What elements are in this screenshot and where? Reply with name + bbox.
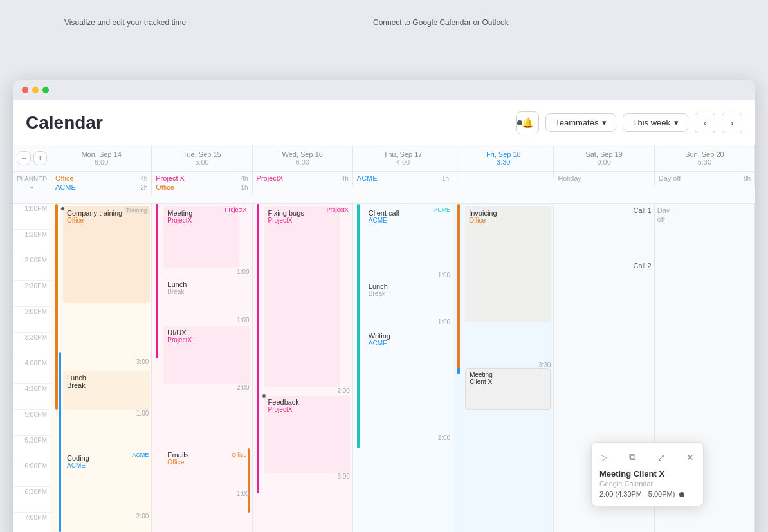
popup-copy-button[interactable]: ⧉ — [628, 450, 637, 464]
calendar-header-row: − + Mon, Sep 14 6:00 Tue, Sep 15 5:00 We… — [13, 145, 755, 172]
minimize-dot — [32, 87, 39, 93]
event-client-call-thu[interactable]: Client call ACME — [365, 206, 450, 271]
planned-sat: Holiday — [554, 172, 654, 186]
week-dropdown[interactable]: This week ▾ — [623, 113, 688, 132]
planned-label: PLANNED ▾ — [13, 172, 51, 195]
teammates-label: Teammates — [555, 118, 598, 127]
day-col-fri: Invoicing Office 3:30 Meeting Client X — [453, 204, 554, 532]
thu-time-2: 2:00 — [438, 434, 450, 441]
event-fixing-bugs-wed[interactable]: Fixing bugs ProjectX — [264, 206, 340, 387]
browser-window: Calendar 🔔 Teammates ▾ This week ▾ ‹ › — [13, 80, 755, 532]
col-header-sun: Sun, Sep 20 5:30 — [655, 145, 755, 171]
wed-time-2: 2:00 — [337, 387, 349, 394]
event-uiux-tue[interactable]: UI/UX ProjectX — [163, 326, 249, 384]
popup-source: Google Calendar — [599, 480, 695, 488]
week-label: This week — [632, 118, 670, 127]
popup-actions: ▷ ⧉ ⤤ ✕ — [599, 450, 695, 464]
projectx-tag-tue: ProjectX — [225, 206, 247, 213]
tue-bar-projectx — [156, 204, 158, 358]
day-col-tue: Meeting ProjectX ProjectX 1:00 Lunch Bre… — [152, 204, 252, 532]
popup-play-button[interactable]: ▷ — [599, 451, 609, 464]
fri-bar — [457, 204, 460, 371]
thu-bar — [357, 204, 360, 448]
planned-tue: Project X4h Office1h — [152, 172, 252, 195]
thu-time-1: 1:00 — [438, 271, 450, 279]
header-controls: 🔔 Teammates ▾ This week ▾ ‹ › — [509, 111, 742, 134]
planned-sun: Day off8h — [655, 172, 755, 186]
popup-time: 2:00 (4:30PM - 5:00PM) — [599, 490, 695, 498]
tue-time-1: 1:00 — [237, 268, 249, 275]
collapse-button[interactable]: − — [17, 151, 31, 165]
tue-time-1c: 1:00 — [237, 490, 249, 497]
mon-time-1: 1:00 — [136, 410, 149, 417]
event-call2-sat[interactable]: Call 2 — [634, 262, 652, 270]
day-col-mon: Company training Office Training 3:00 Lu… — [51, 204, 152, 532]
day-col-wed: Fixing bugs ProjectX ProjectX 2:00 Feedb… — [253, 204, 353, 532]
mon-dot — [60, 206, 65, 211]
teammates-dropdown[interactable]: Teammates ▾ — [545, 113, 616, 132]
event-popup: ▷ ⧉ ⤤ ✕ Meeting Client X Google Calendar… — [591, 442, 704, 506]
col-header-tue: Tue, Sep 15 5:00 — [152, 145, 252, 171]
event-call1-sat[interactable]: Call 1 — [634, 206, 652, 214]
col-header-mon: Mon, Sep 14 6:00 — [51, 145, 152, 171]
event-writing-thu[interactable]: Writing ACME — [365, 329, 450, 387]
time-column: 1:00PM 1:30PM 2:00PM 2:30PM 3:00PM 3:30P… — [13, 204, 51, 532]
event-lunch-thu[interactable]: Lunch Break — [365, 280, 450, 318]
prev-week-button[interactable]: ‹ — [695, 113, 715, 133]
fri-bar-blue — [457, 368, 460, 374]
wed-bar — [257, 204, 259, 493]
office-tag-tue: Office — [232, 452, 246, 458]
event-emails-tue[interactable]: Emails Office — [163, 448, 239, 490]
planned-chevron[interactable]: ▾ — [30, 184, 33, 191]
week-chevron-icon: ▾ — [674, 118, 679, 127]
mon-time-2: 2:00 — [136, 513, 149, 520]
teammates-chevron-icon: ▾ — [602, 118, 607, 127]
planned-mon: Office4h ACME2h — [51, 172, 152, 195]
mon-bar-acme — [59, 352, 61, 532]
event-off-sun: off — [657, 216, 665, 223]
popup-dot — [679, 492, 684, 497]
day-col-thu: Client call ACME ACME 1:00 Lunch Break 1… — [353, 204, 453, 532]
col-header-thu: Thu, Sep 17 4:00 — [353, 145, 453, 171]
col-header-sat: Sat, Sep 19 0:00 — [554, 145, 654, 171]
event-feedback-wed[interactable]: Feedback ProjectX — [264, 396, 350, 473]
col-header-fri: Fri, Sep 18 3:30 — [453, 145, 554, 171]
close-dot — [22, 87, 28, 93]
outer-wrapper: Visualize and edit your tracked time Con… — [13, 13, 755, 532]
maximize-dot — [42, 87, 49, 93]
event-meeting-tue[interactable]: Meeting ProjectX — [163, 206, 239, 268]
event-meeting-client-fri[interactable]: Meeting Client X — [465, 368, 551, 410]
mon-bar-office — [55, 204, 58, 410]
tue-bar-office — [248, 448, 250, 513]
popup-link-button[interactable]: ⤤ — [656, 451, 666, 464]
acme-tag-mon: ACME — [132, 452, 149, 458]
page-title: Calendar — [26, 113, 103, 133]
popup-title: Meeting Client X — [599, 469, 695, 479]
add-button[interactable]: + — [33, 151, 48, 165]
planned-thu: ACME1h — [353, 172, 453, 186]
acme-tag-thu: ACME — [434, 206, 450, 213]
annotation-connect: Connect to Google Calendar or Outlook — [373, 18, 509, 27]
tue-time-2: 2:00 — [237, 384, 249, 391]
tue-time-1b: 1:00 — [237, 316, 249, 324]
planned-fri — [453, 172, 554, 177]
projectx-tag-wed: ProjectX — [327, 206, 349, 213]
col-header-controls: − + — [13, 145, 51, 171]
wed-time-6: 6:00 — [337, 473, 349, 480]
event-company-training[interactable]: Company training Office — [63, 206, 150, 303]
popup-close-button[interactable]: ✕ — [685, 451, 695, 464]
col-header-wed: Wed, Sep 16 6:00 — [253, 145, 353, 171]
event-invoicing-fri[interactable]: Invoicing Office — [465, 206, 551, 322]
event-lunch-mon[interactable]: Lunch Break — [63, 371, 150, 410]
thu-time-1b: 1:00 — [438, 318, 450, 326]
annotation-visualize: Visualize and edit your tracked time — [64, 18, 186, 27]
training-label: Training — [124, 206, 149, 214]
planned-row: PLANNED ▾ Office4h ACME2h Project X4h Of… — [13, 172, 755, 204]
planned-wed: ProjectX4h — [253, 172, 353, 186]
calendar-area: − + Mon, Sep 14 6:00 Tue, Sep 15 5:00 We… — [13, 145, 755, 532]
next-week-button[interactable]: › — [722, 113, 742, 133]
mon-time-3: 3:00 — [136, 358, 149, 365]
event-lunch-tue[interactable]: Lunch Break — [163, 278, 249, 316]
event-dayoff-sun: Day — [657, 206, 670, 214]
app-header: Calendar 🔔 Teammates ▾ This week ▾ ‹ › — [13, 100, 755, 145]
